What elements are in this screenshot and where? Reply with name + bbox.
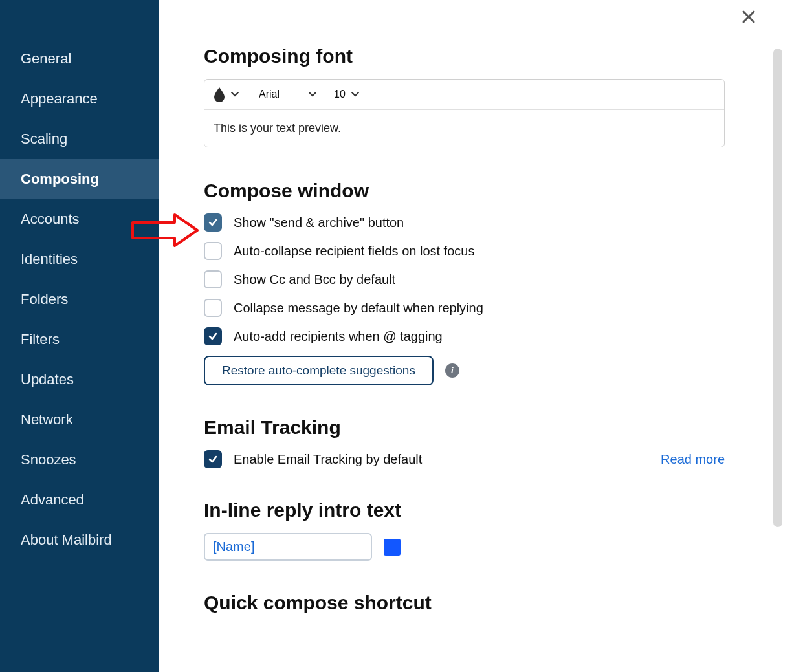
sidebar-item-snoozes[interactable]: Snoozes xyxy=(0,440,159,480)
option-collapse-reply: Collapse message by default when replyin… xyxy=(204,299,725,317)
check-icon xyxy=(208,454,218,464)
sidebar-item-label: Filters xyxy=(21,331,60,347)
section-title: Composing font xyxy=(204,45,725,67)
sidebar-item-about[interactable]: About Mailbird xyxy=(0,520,159,560)
sidebar-item-label: Scaling xyxy=(21,131,67,147)
read-more-link[interactable]: Read more xyxy=(661,452,725,467)
option-label: Show Cc and Bcc by default xyxy=(234,272,395,287)
info-icon[interactable]: i xyxy=(445,363,459,378)
settings-sidebar: General Appearance Scaling Composing Acc… xyxy=(0,0,159,672)
close-icon xyxy=(742,6,756,28)
font-size-dropdown[interactable]: 10 xyxy=(334,89,360,100)
sidebar-item-general[interactable]: General xyxy=(0,39,159,79)
sidebar-item-label: Identities xyxy=(21,251,78,267)
section-title: Compose window xyxy=(204,180,725,202)
section-title: In-line reply intro text xyxy=(204,499,725,521)
drop-icon xyxy=(214,87,225,102)
section-email-tracking: Email Tracking Enable Email Tracking by … xyxy=(204,417,725,468)
checkbox[interactable] xyxy=(204,327,222,345)
restore-autocomplete-button[interactable]: Restore auto-complete suggestions xyxy=(204,356,434,385)
inline-reply-input[interactable] xyxy=(204,533,372,561)
check-icon xyxy=(208,331,218,341)
section-title: Email Tracking xyxy=(204,417,725,439)
sidebar-item-composing[interactable]: Composing xyxy=(0,159,159,199)
option-label: Auto-collapse recipient fields on lost f… xyxy=(234,244,474,259)
option-show-cc-bcc: Show Cc and Bcc by default xyxy=(204,270,725,288)
section-quick-compose: Quick compose shortcut xyxy=(204,592,725,614)
section-inline-reply: In-line reply intro text xyxy=(204,499,725,561)
sidebar-item-label: Composing xyxy=(21,171,99,187)
sidebar-item-label: Advanced xyxy=(21,492,84,508)
sidebar-item-advanced[interactable]: Advanced xyxy=(0,480,159,520)
sidebar-item-folders[interactable]: Folders xyxy=(0,279,159,320)
settings-main: Composing font Arial xyxy=(159,0,770,672)
sidebar-item-label: General xyxy=(21,50,71,67)
chevron-down-icon xyxy=(230,90,239,99)
font-preview-text: This is your text preview. xyxy=(204,110,724,147)
sidebar-item-label: Updates xyxy=(21,371,74,387)
chevron-down-icon xyxy=(308,90,317,99)
color-swatch[interactable] xyxy=(384,539,401,556)
checkbox[interactable] xyxy=(204,450,222,468)
font-settings-box: Arial 10 This is your text preview. xyxy=(204,79,725,147)
font-name-value: Arial xyxy=(259,89,280,100)
font-family-dropdown[interactable]: Arial xyxy=(247,89,317,100)
sidebar-item-identities[interactable]: Identities xyxy=(0,239,159,279)
option-auto-collapse: Auto-collapse recipient fields on lost f… xyxy=(204,242,725,260)
checkbox[interactable] xyxy=(204,213,222,232)
font-color-dropdown[interactable] xyxy=(214,87,239,102)
sidebar-item-filters[interactable]: Filters xyxy=(0,320,159,360)
sidebar-item-scaling[interactable]: Scaling xyxy=(0,119,159,159)
option-label: Auto-add recipients when @ tagging xyxy=(234,329,443,344)
check-icon xyxy=(208,217,218,228)
sidebar-item-accounts[interactable]: Accounts xyxy=(0,199,159,239)
sidebar-item-label: Snoozes xyxy=(21,451,76,468)
button-label: Restore auto-complete suggestions xyxy=(222,363,415,378)
close-button[interactable] xyxy=(742,8,756,27)
section-title: Quick compose shortcut xyxy=(204,592,725,614)
checkbox[interactable] xyxy=(204,299,222,317)
chevron-down-icon xyxy=(351,90,360,99)
section-composing-font: Composing font Arial xyxy=(204,45,725,147)
sidebar-item-label: Accounts xyxy=(21,211,80,227)
sidebar-item-label: Folders xyxy=(21,291,68,307)
option-auto-add-recipients: Auto-add recipients when @ tagging xyxy=(204,327,725,345)
sidebar-item-label: Network xyxy=(21,411,73,428)
option-label: Enable Email Tracking by default xyxy=(234,452,422,467)
scrollbar[interactable] xyxy=(773,49,782,527)
sidebar-item-label: Appearance xyxy=(21,91,98,107)
option-label: Show "send & archive" button xyxy=(234,215,404,230)
section-compose-window: Compose window Show "send & archive" but… xyxy=(204,180,725,385)
sidebar-item-appearance[interactable]: Appearance xyxy=(0,79,159,119)
font-size-value: 10 xyxy=(334,89,346,100)
checkbox[interactable] xyxy=(204,270,222,288)
sidebar-item-updates[interactable]: Updates xyxy=(0,360,159,400)
option-label: Collapse message by default when replyin… xyxy=(234,301,483,316)
sidebar-item-label: About Mailbird xyxy=(21,532,112,548)
checkbox[interactable] xyxy=(204,242,222,260)
option-send-archive: Show "send & archive" button xyxy=(204,213,725,232)
sidebar-item-network[interactable]: Network xyxy=(0,400,159,440)
